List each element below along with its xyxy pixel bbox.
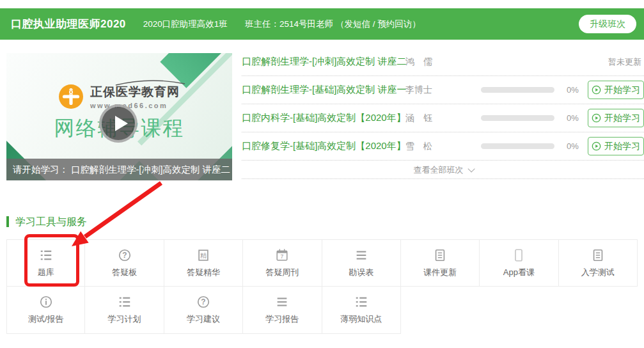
- video-caption: 请开始学习： 口腔解剖生理学-[冲刺]高效定制 讲座二: [6, 159, 232, 180]
- tool-study-advice[interactable]: 学习建议: [164, 287, 243, 334]
- tool-entrance-test[interactable]: 入学测试: [559, 239, 638, 287]
- course-row: 口腔修复学-[基础]高效定制【2020年】 雪 松 0% 开始学习: [242, 132, 644, 161]
- tool-test-report[interactable]: 测试/报告: [6, 287, 85, 334]
- course-teacher: 李博士: [405, 84, 481, 96]
- course-title-link[interactable]: 口腔修复学-[基础]高效定制【2020年】: [242, 140, 405, 152]
- document-icon: [433, 248, 447, 262]
- list-icon: [39, 248, 53, 262]
- play-circle-icon: [592, 85, 601, 95]
- course-status: 暂未更新: [608, 56, 644, 68]
- start-learning-button[interactable]: 开始学习: [588, 137, 644, 155]
- calendar-7-icon: [275, 248, 289, 262]
- course-teacher: 雪 松: [405, 141, 481, 152]
- document-icon: [591, 248, 605, 262]
- course-list: 口腔解剖生理学-[冲刺]高效定制 讲座二 鸿 儒 暂未更新 口腔解剖生理学-[基…: [242, 48, 644, 179]
- question-circle-icon: [196, 295, 210, 309]
- start-learning-label: 开始学习: [604, 84, 640, 96]
- tool-qa-essence[interactable]: 答疑精华: [164, 239, 243, 287]
- course-title-link[interactable]: 口腔内科学-[基础]高效定制【2020年】: [242, 112, 405, 124]
- progress-bar: [481, 115, 554, 121]
- tools-section-title: 学习工具与服务: [6, 216, 87, 227]
- course-home-page: 口腔执业助理医师2020 2020口腔助理高效1班 班主任：2514号田老师 （…: [0, 0, 644, 348]
- tools-grid: 题库 答疑板 答疑精华 答疑周刊 勘误表 课件更新 App看课 入学测试: [6, 239, 638, 334]
- course-teacher: 鸿 儒: [405, 56, 481, 68]
- tool-qa-board[interactable]: 答疑板: [85, 239, 164, 287]
- empty-cell: [559, 287, 638, 334]
- play-circle-icon: [592, 141, 601, 151]
- brand-arc-decoration: [114, 79, 186, 86]
- tool-qa-weekly[interactable]: 答疑周刊: [243, 239, 322, 287]
- course-title-link[interactable]: 口腔解剖生理学-[基础]高效定制 讲座一: [242, 84, 405, 96]
- tool-errata[interactable]: 勘误表: [322, 239, 401, 287]
- page-title: 口腔执业助理医师2020: [11, 17, 126, 31]
- play-button-icon[interactable]: [99, 104, 137, 143]
- list-icon: [354, 295, 368, 309]
- tool-study-report[interactable]: 学习报告: [243, 287, 322, 334]
- teacher-contact-links[interactable]: （发短信 / 预约回访）: [336, 19, 421, 30]
- progress-percent: 0%: [567, 113, 587, 123]
- view-all-classes-link[interactable]: 查看全部班次: [242, 161, 644, 179]
- course-row: 口腔内科学-[基础]高效定制【2020年】 涵 钰 0% 开始学习: [242, 104, 644, 132]
- view-all-label: 查看全部班次: [414, 165, 464, 175]
- empty-cell: [401, 287, 480, 334]
- tool-question-bank[interactable]: 题库: [6, 239, 85, 287]
- course-video-thumbnail[interactable]: 正保医学教育网 www.med66.com 网络辅导课程 请开始学习： 口腔解剖…: [6, 53, 232, 180]
- header-bar: 口腔执业助理医师2020 2020口腔助理高效1班 班主任：2514号田老师 （…: [0, 8, 644, 40]
- progress-bar: [481, 87, 554, 93]
- start-learning-label: 开始学习: [604, 113, 640, 124]
- list-icon: [118, 295, 132, 309]
- progress-percent: 0%: [567, 85, 587, 95]
- lines-icon: [354, 248, 368, 262]
- progress-percent: 0%: [567, 141, 587, 151]
- start-learning-button[interactable]: 开始学习: [588, 109, 644, 127]
- course-row: 口腔解剖生理学-[基础]高效定制 讲座一 李博士 0% 开始学习: [242, 76, 644, 104]
- course-title-link[interactable]: 口腔解剖生理学-[冲刺]高效定制 讲座二: [242, 56, 405, 68]
- chevron-down-icon: [467, 165, 475, 172]
- start-learning-button[interactable]: 开始学习: [588, 81, 644, 99]
- lines-icon: [275, 295, 289, 309]
- course-row: 口腔解剖生理学-[冲刺]高效定制 讲座二 鸿 儒 暂未更新: [242, 48, 644, 76]
- phone-icon: [512, 248, 526, 262]
- start-learning-label: 开始学习: [604, 141, 640, 152]
- tool-courseware-update[interactable]: 课件更新: [401, 239, 480, 287]
- progress-bar: [481, 143, 554, 149]
- tool-weak-points[interactable]: 薄弱知识点: [322, 287, 401, 334]
- med66-logo-icon: [59, 84, 83, 109]
- brand-name: 正保医学教育网: [90, 84, 180, 100]
- tool-study-plan[interactable]: 学习计划: [85, 287, 164, 334]
- class-name: 2020口腔助理高效1班: [143, 19, 228, 30]
- question-circle-icon: [118, 248, 132, 262]
- brand-url: www.med66.com: [90, 102, 180, 109]
- tool-app-study[interactable]: App看课: [480, 239, 558, 287]
- info-circle-icon: [39, 295, 53, 309]
- upgrade-class-button[interactable]: 升级班次: [579, 15, 636, 33]
- play-circle-icon: [592, 113, 601, 123]
- head-teacher-info: 班主任：2514号田老师: [245, 19, 333, 30]
- course-teacher: 涵 钰: [405, 113, 481, 124]
- empty-cell: [480, 287, 558, 334]
- essence-badge-icon: [196, 248, 210, 262]
